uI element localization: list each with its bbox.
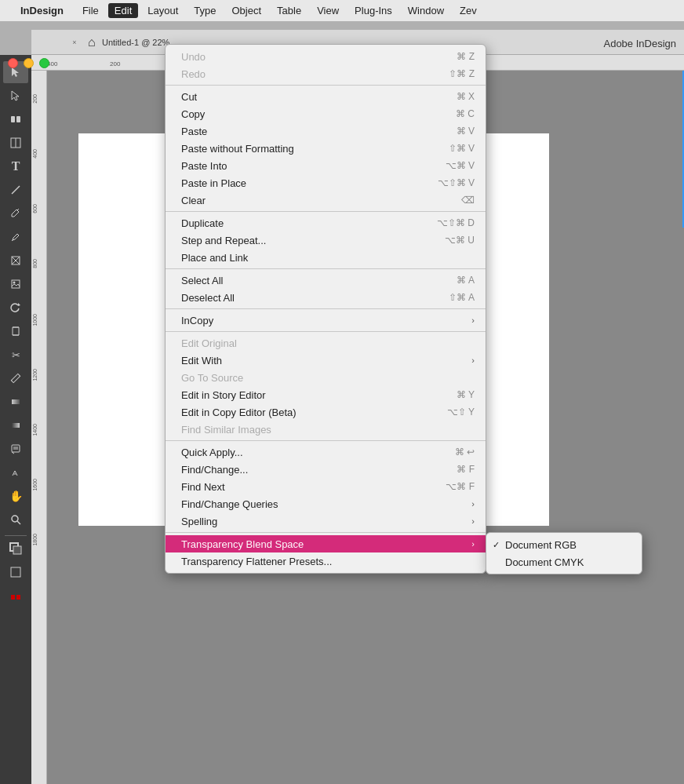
tool-column[interactable]: [3, 132, 28, 154]
ruler-label: 600: [32, 204, 38, 213]
svg-line-28: [17, 521, 20, 524]
tool-gap[interactable]: [3, 108, 28, 130]
app-area: × ⌂ Untitled-1 @ 22% Adobe InDesign T: [0, 22, 684, 784]
submenu-item-document-rgb[interactable]: ✓ Document RGB: [486, 536, 642, 553]
tool-stroke-fill[interactable]: [3, 538, 28, 560]
menu-item-go-to-source[interactable]: Go To Source: [166, 369, 486, 386]
tool-color-theme[interactable]: [3, 461, 28, 483]
edit-menu-dropdown: Undo ⌘ Z Redo ⇧⌘ Z Cut ⌘ X Copy ⌘ C Past…: [165, 44, 486, 574]
menu-item-paste-into[interactable]: Paste Into ⌥⌘ V: [166, 157, 486, 174]
svg-point-27: [12, 516, 18, 522]
menu-separator: [166, 532, 486, 533]
svg-rect-33: [16, 595, 20, 600]
svg-rect-30: [13, 546, 21, 554]
menu-item-redo[interactable]: Redo ⇧⌘ Z: [166, 65, 486, 82]
tool-rotate[interactable]: [3, 297, 28, 319]
menu-item-step-and-repeat[interactable]: Step and Repeat... ⌥⌘ U: [166, 232, 486, 249]
menu-window[interactable]: Window: [402, 3, 450, 18]
menu-item-quick-apply[interactable]: Quick Apply... ⌘ ↩: [166, 443, 486, 461]
menu-item-spelling[interactable]: Spelling ›: [166, 512, 486, 530]
menu-view[interactable]: View: [311, 3, 345, 18]
menu-file[interactable]: File: [76, 3, 105, 18]
menu-item-clear[interactable]: Clear ⌫: [166, 191, 486, 209]
menu-item-paste-without-formatting[interactable]: Paste without Formatting ⇧⌘ V: [166, 140, 486, 157]
menu-separator: [166, 308, 486, 309]
menu-separator: [166, 331, 486, 332]
menu-item-edit-original[interactable]: Edit Original: [166, 334, 486, 352]
tool-zoom[interactable]: [3, 509, 28, 531]
menu-item-incopy[interactable]: InCopy ›: [166, 312, 486, 329]
doc-close-button[interactable]: ×: [69, 37, 80, 48]
adobe-title: Adobe InDesign: [603, 38, 676, 49]
menu-item-undo[interactable]: Undo ⌘ Z: [166, 48, 486, 65]
menu-layout[interactable]: Layout: [141, 3, 184, 18]
menu-item-deselect-all[interactable]: Deselect All ⇧⌘ A: [166, 289, 486, 306]
tool-type[interactable]: T: [3, 155, 28, 177]
menu-item-find-change[interactable]: Find/Change... ⌘ F: [166, 461, 486, 478]
menu-item-cut[interactable]: Cut ⌘ X: [166, 88, 486, 105]
ruler-left: 200 400 600 800 1000 1200 1400 1600 1800: [31, 71, 47, 784]
tool-note[interactable]: [3, 438, 28, 460]
menu-item-duplicate[interactable]: Duplicate ⌥⇧⌘ D: [166, 214, 486, 232]
menu-separator: [166, 211, 486, 212]
app-name[interactable]: InDesign: [14, 3, 70, 18]
ruler-label: 400: [32, 149, 38, 159]
svg-rect-3: [16, 116, 20, 122]
menu-bar: InDesign File Edit Layout Type Object Ta…: [0, 0, 684, 22]
menu-table[interactable]: Table: [271, 3, 307, 18]
home-icon[interactable]: ⌂: [88, 35, 96, 49]
tool-line[interactable]: [3, 179, 28, 201]
ruler-label: 1000: [32, 314, 38, 326]
menu-item-find-similar-images[interactable]: Find Similar Images: [166, 421, 486, 438]
menu-type[interactable]: Type: [187, 3, 222, 18]
ruler-label: 200: [32, 94, 38, 104]
menu-item-edit-with[interactable]: Edit With ›: [166, 352, 486, 369]
menu-item-paste-in-place[interactable]: Paste in Place ⌥⇧⌘ V: [166, 174, 486, 191]
svg-rect-32: [11, 595, 15, 600]
tool-mode[interactable]: [3, 561, 28, 583]
tool-extra[interactable]: [3, 586, 28, 608]
fullscreen-button[interactable]: [39, 58, 49, 68]
menu-item-paste[interactable]: Paste ⌘ V: [166, 122, 486, 140]
svg-marker-0: [12, 67, 19, 77]
menu-item-find-change-queries[interactable]: Find/Change Queries ›: [166, 495, 486, 512]
submenu-item-document-cmyk[interactable]: Document CMYK: [486, 553, 642, 571]
menu-plugins[interactable]: Plug-Ins: [348, 3, 398, 18]
traffic-lights: [8, 58, 49, 68]
menu-edit[interactable]: Edit: [108, 3, 138, 18]
menu-item-place-and-link[interactable]: Place and Link: [166, 249, 486, 266]
menu-object[interactable]: Object: [226, 3, 268, 18]
tool-gradient[interactable]: [3, 391, 28, 413]
menu-item-find-next[interactable]: Find Next ⌥⌘ F: [166, 478, 486, 495]
tool-scissors[interactable]: ✂: [3, 344, 28, 366]
tool-direct-selection[interactable]: [3, 85, 28, 107]
menu-item-edit-in-copy-editor[interactable]: Edit in Copy Editor (Beta) ⌥⇧ Y: [166, 403, 486, 421]
tool-pencil[interactable]: [3, 226, 28, 248]
svg-line-6: [12, 186, 20, 194]
svg-rect-31: [11, 567, 20, 577]
ruler-label: 800: [32, 259, 38, 268]
menu-item-select-all[interactable]: Select All ⌘ A: [166, 272, 486, 289]
close-button[interactable]: [8, 58, 18, 68]
tool-image[interactable]: [3, 273, 28, 295]
minimize-button[interactable]: [24, 58, 34, 68]
ruler-label: 1400: [32, 424, 38, 436]
tool-shear[interactable]: [3, 320, 28, 342]
menu-item-edit-in-story-editor[interactable]: Edit in Story Editor ⌘ Y: [166, 386, 486, 403]
svg-line-7: [17, 209, 19, 210]
menu-item-copy[interactable]: Copy ⌘ C: [166, 105, 486, 122]
tool-frame-rect[interactable]: [3, 250, 28, 272]
ruler-label: 1200: [32, 369, 38, 381]
svg-rect-2: [11, 116, 15, 122]
menu-item-transparency-blend-space[interactable]: Transparency Blend Space › ✓ Document RG…: [166, 535, 486, 552]
menu-item-transparency-flattener-presets[interactable]: Transparency Flattener Presets...: [166, 552, 486, 570]
transparency-submenu: ✓ Document RGB Document CMYK: [486, 532, 642, 574]
check-mark: ✓: [493, 540, 500, 550]
tool-pen[interactable]: [3, 202, 28, 224]
doc-tab[interactable]: Untitled-1 @ 22%: [102, 38, 169, 47]
tool-measure[interactable]: [3, 367, 28, 389]
menu-zev[interactable]: Zev: [453, 3, 483, 18]
tool-gradient-feather[interactable]: [3, 414, 28, 436]
tool-hand[interactable]: ✋: [3, 485, 28, 507]
svg-marker-14: [18, 303, 20, 306]
